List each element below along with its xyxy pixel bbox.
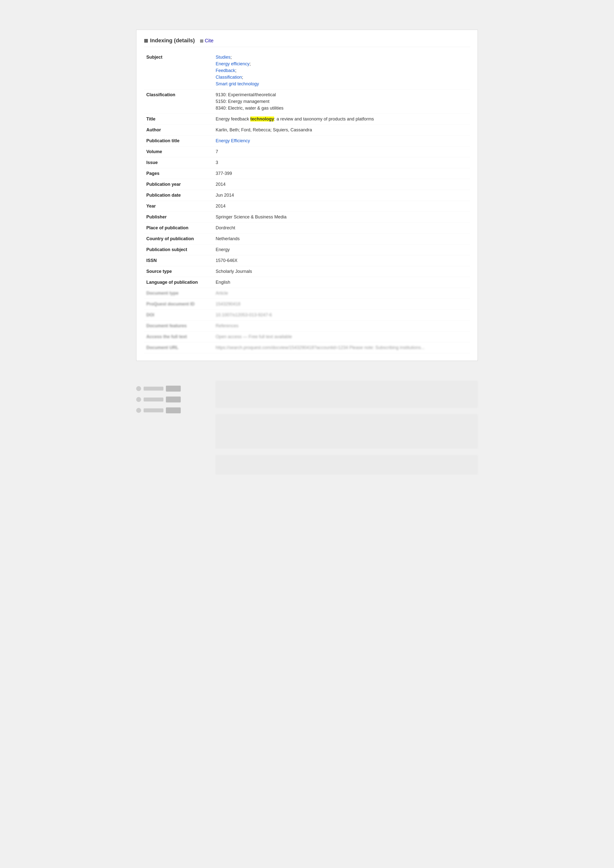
subject-link-energy-efficiency[interactable]: Energy efficiency xyxy=(216,61,250,66)
number-line xyxy=(144,397,163,401)
section-title: ▩ Indexing (details) xyxy=(144,37,195,44)
pub-subject-value: Energy xyxy=(216,247,230,252)
volume-value: 7 xyxy=(216,149,218,154)
field-label: Publisher xyxy=(144,212,213,223)
indexing-details-panel: ▩ Indexing (details) ▩ Cite Subject Stud… xyxy=(136,30,478,361)
table-row: Place of publication Dordrecht xyxy=(144,223,470,234)
table-row: Publication year 2014 xyxy=(144,179,470,190)
country-value: Netherlands xyxy=(216,236,239,241)
subject-smart-grid: Smart grid technology xyxy=(216,81,259,86)
field-label-blurred: Access the full text xyxy=(144,332,213,343)
language-value: English xyxy=(216,280,230,285)
subject-link-studies[interactable]: Studies xyxy=(216,55,230,60)
title-before: Energy feedback xyxy=(216,116,250,121)
field-value: English xyxy=(213,277,470,288)
publication-title-link[interactable]: Energy Efficiency xyxy=(216,138,250,143)
field-label-blurred: DOI xyxy=(144,310,213,321)
author-value: Karlin, Beth; Ford, Rebecca; Squiers, Ca… xyxy=(216,127,312,132)
table-row: Issue 3 xyxy=(144,157,470,168)
subject-feedback: Feedback; xyxy=(216,68,236,73)
subject-link-smart-grid[interactable]: Smart grid technology xyxy=(216,81,259,86)
publisher-value: Springer Science & Business Media xyxy=(216,214,286,219)
field-value: 377-399 xyxy=(213,168,470,179)
table-row: Author Karlin, Beth; Ford, Rebecca; Squi… xyxy=(144,125,470,136)
field-value: 2014 xyxy=(213,179,470,190)
number-badge xyxy=(166,397,181,403)
number-dot xyxy=(136,408,141,413)
field-value: Netherlands xyxy=(213,234,470,244)
number-dot xyxy=(136,386,141,391)
field-value: 7 xyxy=(213,146,470,157)
field-value: Dordrecht xyxy=(213,223,470,234)
field-label: Author xyxy=(144,125,213,136)
field-value: Scholarly Journals xyxy=(213,266,470,277)
number-row xyxy=(136,397,205,403)
field-label: Volume xyxy=(144,146,213,157)
field-value: Springer Science & Business Media xyxy=(213,212,470,223)
result-card xyxy=(215,414,478,449)
table-row-blurred: Document features References xyxy=(144,321,470,332)
field-value: 9130: Experimental/theoretical 5150: Ene… xyxy=(213,90,470,114)
field-label: Publication title xyxy=(144,136,213,146)
field-value: 3 xyxy=(213,157,470,168)
table-row: Publication title Energy Efficiency xyxy=(144,136,470,146)
field-value: 2014 xyxy=(213,201,470,212)
number-badge xyxy=(166,386,181,392)
related-results xyxy=(136,381,478,481)
field-label: Place of publication xyxy=(144,223,213,234)
table-row: Country of publication Netherlands xyxy=(144,234,470,244)
cite-doc-icon: ▩ xyxy=(200,38,204,43)
field-value: Karlin, Beth; Ford, Rebecca; Squiers, Ca… xyxy=(213,125,470,136)
pub-year-value: 2014 xyxy=(216,182,225,187)
table-row: Publication subject Energy xyxy=(144,244,470,255)
field-label: Language of publication xyxy=(144,277,213,288)
field-label: ISSN xyxy=(144,255,213,266)
table-row-blurred: Document URL https://search.proquest.com… xyxy=(144,343,470,353)
table-row: Title Energy feedback technology: a revi… xyxy=(144,114,470,125)
table-row: Language of publication English xyxy=(144,277,470,288)
table-row-blurred: DOI 10.1007/s12053-013-9247-6 xyxy=(144,310,470,321)
field-value-blurred: Article xyxy=(213,288,470,299)
section-header: ▩ Indexing (details) ▩ Cite xyxy=(144,37,470,47)
cite-link[interactable]: ▩ Cite xyxy=(200,38,214,43)
field-value: Energy Efficiency xyxy=(213,136,470,146)
number-dot xyxy=(136,397,141,402)
left-numbers xyxy=(136,386,205,413)
pub-date-value: Jun 2014 xyxy=(216,193,234,198)
number-line xyxy=(144,387,163,391)
field-value: Energy feedback technology: a review and… xyxy=(213,114,470,125)
table-row: Year 2014 xyxy=(144,201,470,212)
number-line xyxy=(144,408,163,412)
cite-label: Cite xyxy=(205,38,214,43)
table-row: Publisher Springer Science & Business Me… xyxy=(144,212,470,223)
year-value: 2014 xyxy=(216,204,225,209)
class-5150: 5150: Energy management xyxy=(216,99,269,104)
issue-value: 3 xyxy=(216,160,218,165)
detail-table: Subject Studies; Energy efficiency; Feed… xyxy=(144,52,470,353)
table-row: Publication date Jun 2014 xyxy=(144,190,470,201)
subject-energy-eff: Energy efficiency; xyxy=(216,61,251,66)
field-label: Publication year xyxy=(144,179,213,190)
collapse-icon[interactable]: ▩ xyxy=(144,38,148,43)
field-value: 1570-646X xyxy=(213,255,470,266)
field-label-blurred: Document URL xyxy=(144,343,213,353)
subject-link-feedback[interactable]: Feedback xyxy=(216,68,235,73)
title-after: : a review and taxonomy of products and … xyxy=(274,116,374,121)
field-value-blurred: 10.1007/s12053-013-9247-6 xyxy=(213,310,470,321)
field-label: Subject xyxy=(144,52,213,90)
section-title-text: Indexing (details) xyxy=(150,37,195,44)
table-row-blurred: Document type Article xyxy=(144,288,470,299)
field-label: Source type xyxy=(144,266,213,277)
field-label: Country of publication xyxy=(144,234,213,244)
number-row xyxy=(136,408,205,413)
field-label: Publication subject xyxy=(144,244,213,255)
subject-studies: Studies; xyxy=(216,55,232,60)
related-left-panel xyxy=(136,381,205,481)
field-value-blurred: https://search.proquest.com/docview/1543… xyxy=(213,343,470,353)
table-row: Subject Studies; Energy efficiency; Feed… xyxy=(144,52,470,90)
table-row-blurred: ProQuest document ID 1543290418 xyxy=(144,299,470,310)
table-row: Classification 9130: Experimental/theore… xyxy=(144,90,470,114)
field-label: Title xyxy=(144,114,213,125)
result-card xyxy=(215,381,478,408)
subject-link-classification[interactable]: Classification xyxy=(216,75,242,80)
